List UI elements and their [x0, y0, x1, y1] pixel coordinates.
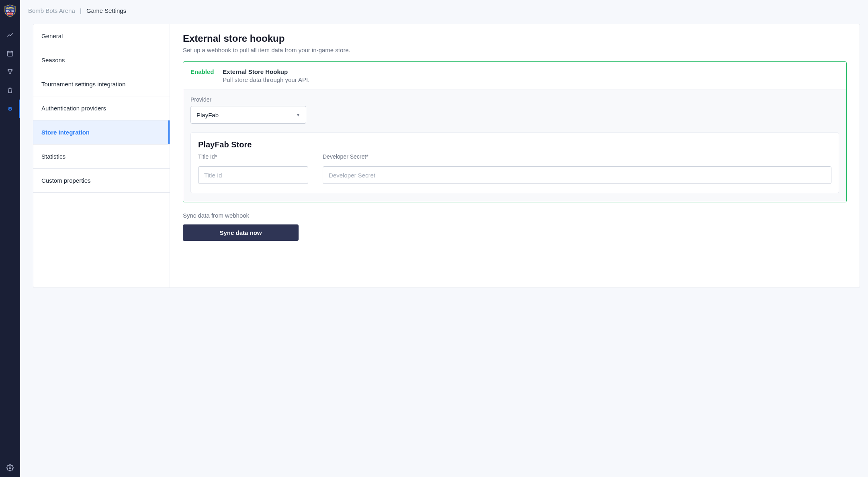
sidebar-item-label: Seasons [41, 57, 65, 63]
breadcrumb-current: Game Settings [86, 7, 126, 14]
sidebar-item-label: Custom properties [41, 177, 91, 184]
sidebar-item-store-integration[interactable]: Store Integration [33, 120, 170, 145]
sidebar-item-general[interactable]: General [33, 24, 170, 48]
panel-body: Provider PlayFab ▼ PlayFab Store Title I… [183, 90, 846, 202]
app-logo: BOMB BOTS ARENA [3, 4, 17, 18]
nav-trophy[interactable] [0, 63, 20, 81]
provider-label: Provider [190, 96, 839, 103]
developer-secret-input[interactable] [323, 166, 831, 184]
sidebar-item-tournament[interactable]: Tournament settings integration [33, 72, 170, 96]
provider-selected-value: PlayFab [197, 112, 219, 118]
sidebar-item-label: Store Integration [41, 129, 90, 136]
svg-point-13 [9, 467, 11, 469]
page-title: External store hookup [183, 33, 847, 44]
main-column: Bomb Bots Arena | Game Settings General … [20, 0, 868, 477]
nav-shop[interactable] [0, 81, 20, 100]
breadcrumb-root[interactable]: Bomb Bots Arena [28, 7, 75, 14]
sidebar-item-auth-providers[interactable]: Authentication providers [33, 96, 170, 120]
svg-text:ARENA: ARENA [7, 13, 13, 15]
panel-title: External Store Hookup [223, 68, 309, 75]
nav-settings[interactable] [0, 459, 20, 477]
title-id-label: Title Id* [198, 153, 308, 160]
sync-data-button[interactable]: Sync data now [183, 224, 299, 241]
sidebar-item-custom-properties[interactable]: Custom properties [33, 169, 170, 193]
sync-label: Sync data from webhook [183, 212, 847, 219]
nav-calendar[interactable] [0, 44, 20, 63]
chevron-down-icon: ▼ [296, 113, 300, 117]
developer-secret-label: Developer Secret* [323, 153, 831, 160]
sidebar-item-label: Authentication providers [41, 105, 106, 112]
breadcrumb: Bomb Bots Arena | Game Settings [20, 0, 868, 18]
settings-sidebar: General Seasons Tournament settings inte… [33, 24, 170, 287]
content-card: General Seasons Tournament settings inte… [33, 24, 860, 288]
external-store-panel: Enabled External Store Hookup Pull store… [183, 61, 847, 202]
store-card-title: PlayFab Store [198, 140, 831, 149]
status-badge: Enabled [190, 68, 214, 75]
nav-analytics[interactable] [0, 26, 20, 44]
page-subtitle: Set up a webhook to pull all item data f… [183, 47, 847, 53]
svg-text:BOMB: BOMB [6, 6, 14, 9]
svg-rect-4 [7, 51, 13, 56]
svg-point-11 [11, 108, 11, 109]
sidebar-item-label: Statistics [41, 153, 66, 160]
left-nav-rail: BOMB BOTS ARENA [0, 0, 20, 477]
panel-description: Pull store data through your API. [223, 76, 309, 83]
svg-point-10 [9, 108, 10, 109]
nav-game-settings[interactable] [0, 100, 20, 118]
sidebar-item-label: Tournament settings integration [41, 81, 125, 88]
svg-point-12 [11, 109, 12, 109]
title-id-input[interactable] [198, 166, 308, 184]
page-body: External store hookup Set up a webhook t… [170, 24, 860, 287]
sidebar-item-seasons[interactable]: Seasons [33, 48, 170, 72]
provider-select[interactable]: PlayFab ▼ [190, 106, 306, 124]
breadcrumb-separator: | [80, 7, 82, 14]
playfab-store-card: PlayFab Store Title Id* Developer Secret… [190, 132, 839, 193]
svg-text:BOTS: BOTS [6, 9, 14, 12]
sidebar-item-statistics[interactable]: Statistics [33, 145, 170, 169]
panel-header: Enabled External Store Hookup Pull store… [183, 62, 846, 90]
sidebar-item-label: General [41, 33, 63, 39]
